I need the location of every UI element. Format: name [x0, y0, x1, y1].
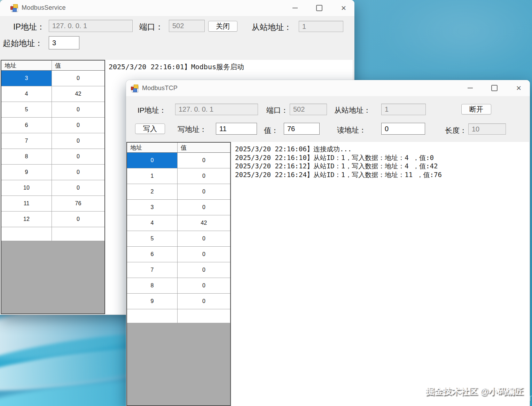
table-cell-empty[interactable] [52, 227, 104, 241]
table-cell[interactable]: 0 [178, 278, 230, 293]
minimize-button[interactable] [290, 3, 300, 13]
table-row: 100 [1, 180, 104, 196]
length-input[interactable]: 10 [468, 124, 506, 135]
column-header[interactable]: 地址 [127, 143, 178, 152]
table-row: 50 [127, 231, 230, 247]
slave-address-label: 从站地址： [334, 105, 371, 115]
tcp-port-input[interactable]: 502 [290, 104, 327, 115]
table-cell-empty[interactable] [127, 309, 178, 323]
table-row: 20 [127, 184, 230, 200]
close-button[interactable]: ✕ [338, 3, 349, 13]
port-label: 端口： [139, 22, 163, 32]
table-cell[interactable]: 0 [178, 294, 230, 309]
close-icon: ✕ [516, 85, 522, 91]
service-port-input[interactable]: 502 [169, 20, 205, 32]
column-header[interactable]: 值 [178, 143, 230, 152]
table-new-row[interactable] [127, 309, 230, 323]
service-close-service-button[interactable]: 关闭 [208, 21, 237, 32]
table-row: 50 [1, 102, 104, 118]
table-cell[interactable]: 0 [52, 180, 104, 196]
close-icon: ✕ [341, 5, 346, 11]
app-icon [131, 85, 139, 92]
table-row: 60 [127, 247, 230, 262]
column-header[interactable]: 值 [52, 61, 104, 70]
maximize-icon [316, 5, 322, 11]
minimize-icon [468, 88, 473, 88]
write-address-input[interactable]: 11 [216, 123, 257, 135]
tcp-titlebar[interactable]: ModbusTCP ✕ [126, 80, 530, 96]
table-cell[interactable]: 4 [127, 215, 178, 231]
maximize-button[interactable] [314, 3, 324, 13]
service-titlebar[interactable]: ModbusService ✕ [0, 0, 354, 16]
table-cell[interactable]: 10 [1, 180, 52, 196]
table-row: 442 [127, 215, 230, 231]
table-cell[interactable]: 0 [52, 71, 104, 86]
length-label: 长度： [445, 126, 467, 135]
maximize-icon [491, 85, 498, 91]
table-cell[interactable]: 11 [1, 196, 52, 211]
table-cell[interactable]: 0 [178, 262, 230, 278]
table-cell[interactable]: 0 [127, 153, 178, 168]
minimize-button[interactable] [465, 83, 475, 93]
table-cell[interactable]: 76 [52, 196, 104, 211]
read-address-label: 读地址： [337, 125, 366, 135]
table-cell[interactable]: 6 [1, 118, 52, 133]
table-new-row[interactable] [1, 227, 104, 241]
table-row: 70 [1, 133, 104, 149]
table-row: 30 [1, 71, 104, 86]
service-ip-input[interactable]: 127. 0. 0. 1 [49, 20, 133, 32]
service-window-title: ModbusService [22, 4, 66, 11]
tcp-slave-input[interactable]: 1 [381, 104, 426, 115]
table-cell[interactable]: 5 [1, 102, 52, 117]
table-cell[interactable]: 0 [52, 102, 104, 117]
table-cell[interactable]: 4 [1, 86, 52, 102]
write-button[interactable]: 写入 [135, 124, 165, 134]
table-cell[interactable]: 6 [127, 247, 178, 262]
table-cell[interactable]: 0 [52, 165, 104, 180]
table-cell[interactable]: 7 [1, 133, 52, 149]
tcp-log[interactable]: 2025/3/20 22:16:06】连接成功...2025/3/20 22:1… [232, 142, 529, 406]
table-cell[interactable]: 0 [52, 212, 104, 227]
close-button[interactable]: ✕ [514, 83, 524, 93]
table-cell-empty[interactable] [1, 227, 52, 241]
value-input[interactable]: 76 [284, 123, 320, 135]
table-cell[interactable]: 12 [1, 212, 52, 227]
table-cell[interactable]: 0 [52, 133, 104, 149]
table-cell[interactable]: 5 [127, 231, 178, 246]
table-cell[interactable]: 1 [127, 168, 178, 184]
table-row: 90 [127, 294, 230, 309]
table-cell[interactable]: 0 [178, 200, 230, 215]
service-slave-input[interactable]: 1 [299, 21, 343, 32]
service-register-table[interactable]: 地址值3044250607080901001176120 [1, 60, 105, 314]
read-address-input[interactable]: 0 [381, 123, 425, 135]
table-cell[interactable]: 0 [52, 149, 104, 164]
table-cell[interactable]: 2 [127, 184, 178, 199]
table-cell[interactable]: 0 [52, 118, 104, 133]
table-cell[interactable]: 3 [127, 200, 178, 215]
ip-label: IP地址： [13, 22, 45, 32]
value-label: 值： [264, 126, 279, 135]
table-cell[interactable]: 42 [178, 215, 230, 231]
table-cell[interactable]: 42 [52, 86, 104, 102]
table-cell[interactable]: 0 [178, 247, 230, 262]
table-row: 90 [1, 165, 104, 180]
table-header-row: 地址值 [127, 143, 230, 153]
table-cell[interactable]: 8 [127, 278, 178, 293]
table-cell[interactable]: 9 [127, 294, 178, 309]
table-cell[interactable]: 0 [178, 153, 230, 168]
table-cell[interactable]: 9 [1, 165, 52, 180]
app-icon [10, 4, 18, 12]
disconnect-button[interactable]: 断开 [461, 104, 491, 114]
column-header[interactable]: 地址 [1, 61, 52, 70]
maximize-button[interactable] [489, 83, 500, 93]
tcp-ip-input[interactable]: 127. 0. 0. 1 [175, 104, 258, 115]
table-cell-empty[interactable] [178, 309, 230, 323]
table-cell[interactable]: 3 [1, 71, 52, 86]
table-cell[interactable]: 8 [1, 149, 52, 164]
table-cell[interactable]: 0 [178, 231, 230, 246]
tcp-register-table[interactable]: 地址值001020304425060708090 [126, 142, 231, 406]
table-cell[interactable]: 0 [178, 168, 230, 184]
table-cell[interactable]: 7 [127, 262, 178, 278]
service-start-address-input[interactable]: 3 [49, 36, 79, 49]
table-cell[interactable]: 0 [178, 184, 230, 199]
